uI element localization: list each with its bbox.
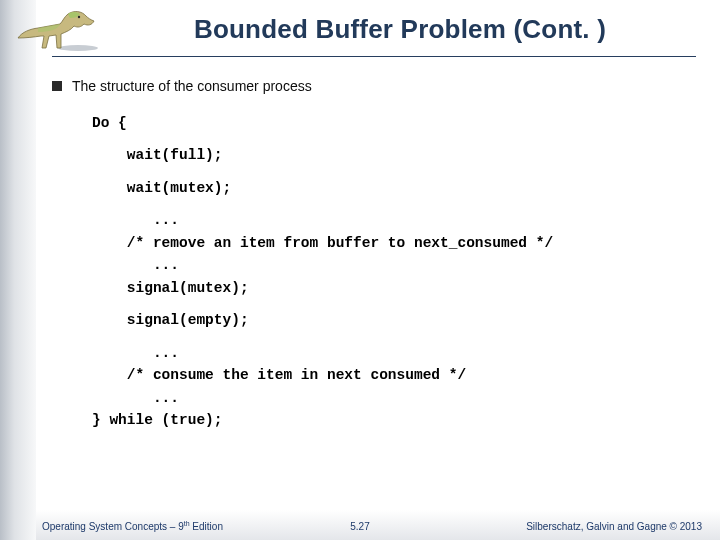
title-underline <box>52 56 696 57</box>
code-line: signal(empty); <box>92 312 249 328</box>
code-line: ... <box>92 345 179 361</box>
code-line: ... <box>92 257 179 273</box>
code-line: /* remove an item from buffer to next_co… <box>92 235 553 251</box>
code-line: } while (true); <box>92 412 223 428</box>
code-line: /* consume the item in next consumed */ <box>92 367 466 383</box>
bullet-item: The structure of the consumer process <box>52 78 692 94</box>
code-line: wait(mutex); <box>92 180 231 196</box>
code-line: wait(full); <box>92 147 223 163</box>
code-line: Do { <box>92 115 127 131</box>
dinosaur-logo-icon <box>8 8 100 52</box>
slide-body: The structure of the consumer process Do… <box>52 78 692 496</box>
slide-footer: Operating System Concepts – 9th Edition … <box>0 506 720 540</box>
code-block: Do { wait(full); wait(mutex); ... /* rem… <box>92 112 692 432</box>
svg-point-0 <box>58 45 98 51</box>
footer-copyright: Silberschatz, Galvin and Gagne © 2013 <box>526 521 702 532</box>
slide: Bounded Buffer Problem (Cont. ) The stru… <box>0 0 720 540</box>
code-line: ... <box>92 212 179 228</box>
bullet-text: The structure of the consumer process <box>72 78 312 94</box>
code-line: ... <box>92 390 179 406</box>
code-line: signal(mutex); <box>92 280 249 296</box>
left-gradient-stripe <box>0 0 36 540</box>
square-bullet-icon <box>52 81 62 91</box>
slide-title: Bounded Buffer Problem (Cont. ) <box>110 14 690 45</box>
svg-point-1 <box>78 16 80 18</box>
